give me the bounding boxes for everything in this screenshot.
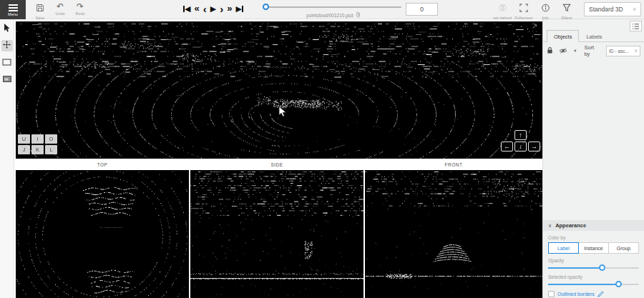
opacity-label: Opacity: [548, 258, 639, 263]
save-icon: [36, 2, 44, 15]
pan-right-button[interactable]: →: [528, 141, 540, 152]
opacity-slider-handle[interactable]: [599, 264, 605, 271]
frame-slider[interactable]: [265, 6, 401, 8]
skip-end-icon: ▶: [235, 4, 241, 14]
filters-button[interactable]: Filters: [557, 2, 577, 20]
topbar: Menu Save ↶ Undo ↷ Redo ◀ « ‹ ▶ ›: [0, 0, 644, 19]
filter-icon: [562, 2, 571, 15]
selected-opacity-slider-handle[interactable]: [615, 281, 622, 287]
pan-arrows: ← ↓ →: [501, 141, 540, 152]
pencil-icon[interactable]: [597, 291, 604, 297]
move-icon: [2, 39, 11, 52]
appearance-header[interactable]: ∨ Appearance: [543, 220, 644, 231]
visibility-off-icon[interactable]: [559, 44, 567, 57]
info-icon: [541, 2, 550, 15]
view-mode-select[interactable]: Standard 3D ∨: [584, 2, 641, 16]
pan-left-button[interactable]: ←: [501, 141, 513, 152]
main-3d-view[interactable]: [16, 21, 542, 159]
front-view-label: FRONT: [365, 162, 542, 167]
filename-label: pointcloud/001210.pcd: [258, 11, 409, 19]
attachment-icon: [356, 11, 361, 19]
key-o[interactable]: O: [45, 134, 57, 144]
front-view[interactable]: [365, 170, 542, 298]
selected-opacity-slider[interactable]: [548, 282, 639, 288]
box-icon: [2, 56, 11, 69]
object-controls: ▼ Sort by ID - asc... ∨: [543, 44, 644, 57]
view-labels-strip: TOP SIDE FRONT: [16, 159, 542, 170]
side-panel: Objects Labels ▼ Sort by ID - asc... ∨ ∨: [542, 19, 644, 298]
key-l[interactable]: L: [45, 145, 57, 154]
save-button[interactable]: Save: [30, 2, 50, 20]
redo-button[interactable]: ↷ Redo: [70, 2, 90, 16]
color-mode-group: Label Instance Group: [548, 242, 639, 254]
pan-down-button[interactable]: ↓: [514, 141, 527, 152]
select-tool-button[interactable]: [1, 24, 13, 35]
undo-icon: ↶: [57, 2, 64, 11]
fast-forward-button[interactable]: »: [227, 4, 232, 14]
outlined-borders-checkbox[interactable]: [548, 291, 555, 297]
sort-by-label: Sort by: [584, 44, 600, 57]
next-frame-button[interactable]: ›: [220, 4, 223, 14]
skip-start-icon: ◀: [185, 4, 190, 14]
skip-start-button[interactable]: ◀: [183, 4, 190, 14]
menu-button[interactable]: Menu: [0, 0, 26, 19]
chevron-down-icon: ∨: [634, 48, 638, 54]
key-i[interactable]: I: [31, 134, 44, 144]
color-mode-label-button[interactable]: Label: [548, 242, 579, 254]
frame-input[interactable]: [406, 3, 438, 16]
key-k[interactable]: K: [31, 145, 44, 154]
arrow-right-icon: →: [531, 143, 537, 150]
key-u[interactable]: U: [18, 134, 30, 144]
next-icon: ›: [220, 4, 223, 14]
outlined-borders-row: Outlined borders: [548, 291, 639, 297]
info-button[interactable]: Info: [535, 2, 555, 20]
top-view-label: TOP: [16, 162, 189, 167]
arrow-up-icon: ↑: [519, 131, 522, 139]
caret-down-icon[interactable]: ▼: [573, 49, 577, 53]
side-view-label: SIDE: [189, 162, 365, 167]
appearance-section: ∨ Appearance Color by Label Instance Gro…: [543, 220, 644, 297]
fullscreen-button[interactable]: Fullscreen: [514, 2, 534, 20]
fullscreen-icon: [519, 2, 528, 15]
frame-slider-handle[interactable]: [263, 4, 269, 10]
move-tool-button[interactable]: [1, 40, 13, 51]
ai-status-button[interactable]: not trained: [492, 2, 512, 20]
brain-icon: [498, 2, 507, 15]
pointer-icon: [4, 23, 11, 36]
collapse-icon: ∨: [548, 223, 552, 229]
previous-icon: ‹: [203, 4, 207, 14]
key-j[interactable]: J: [18, 145, 30, 154]
playback-controls: ◀ « ‹ ▶ › » ▶: [183, 2, 243, 15]
menu-label: Menu: [8, 13, 18, 16]
fast-backward-button[interactable]: «: [194, 4, 199, 14]
side-view[interactable]: [190, 170, 364, 298]
expand-view-icon[interactable]: ↗: [532, 22, 537, 30]
tool-sidebar: [0, 19, 14, 298]
color-mode-group-button[interactable]: Group: [608, 242, 639, 254]
appearance-title: Appearance: [555, 222, 586, 229]
annotation-app: Menu Save ↶ Undo ↷ Redo ◀ « ‹ ▶ ›: [0, 0, 644, 298]
color-mode-instance-button[interactable]: Instance: [578, 242, 609, 254]
play-button[interactable]: ▶: [210, 4, 216, 14]
opacity-slider[interactable]: [548, 265, 639, 272]
tab-labels[interactable]: Labels: [579, 30, 609, 42]
redo-icon: ↷: [77, 2, 84, 11]
skip-end-button[interactable]: ▶: [235, 4, 243, 14]
lock-icon[interactable]: [547, 44, 553, 57]
pan-up-button[interactable]: ↑: [514, 130, 527, 140]
fast-backward-icon: «: [194, 4, 199, 14]
box-tool-button[interactable]: [1, 56, 13, 68]
color-by-label: Color by: [548, 235, 639, 240]
rotation-keypad: U I O J K L: [18, 134, 57, 154]
arrow-down-icon: ↓: [519, 143, 522, 150]
image-tool-button[interactable]: [1, 73, 13, 84]
selected-opacity-label: Selected opacity: [548, 274, 639, 279]
top-view[interactable]: [16, 170, 189, 298]
previous-frame-button[interactable]: ‹: [203, 4, 207, 14]
tab-objects[interactable]: Objects: [547, 30, 579, 42]
fast-forward-icon: »: [227, 4, 232, 14]
sort-select[interactable]: ID - asc... ∨: [606, 46, 640, 56]
undo-button[interactable]: ↶ Undo: [50, 2, 70, 16]
chevron-down-icon: ∨: [633, 6, 636, 12]
outlined-borders-label: Outlined borders: [557, 292, 595, 297]
